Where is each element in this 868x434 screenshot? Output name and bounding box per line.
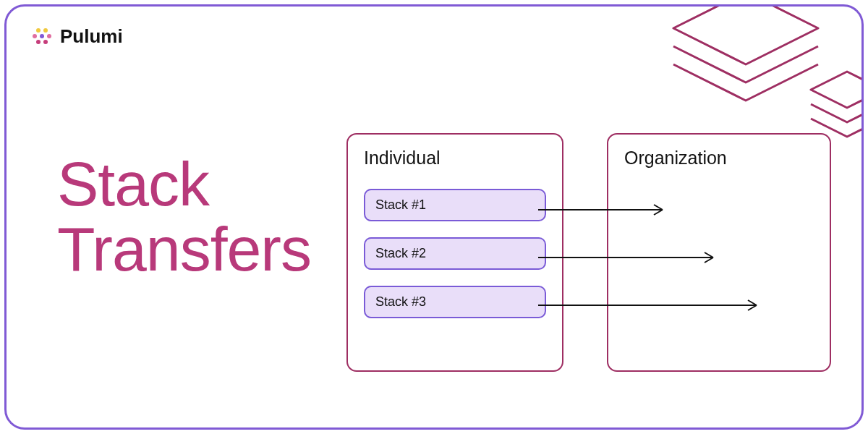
stack-item: Stack #2: [364, 237, 546, 270]
title-line-2: Transfers: [57, 216, 311, 281]
svg-point-4: [47, 34, 51, 38]
pulumi-logo-icon: [31, 26, 53, 48]
arrow-icon: [538, 250, 719, 265]
card-frame: Pulumi Stack Transfers Individual Stack …: [4, 4, 864, 430]
arrow-icon: [538, 298, 762, 312]
brand-logo: Pulumi: [31, 25, 123, 48]
stack-item: Stack #1: [364, 189, 546, 221]
page-title: Stack Transfers: [57, 151, 311, 282]
title-line-1: Stack: [57, 151, 311, 216]
brand-name: Pulumi: [60, 25, 123, 48]
svg-point-6: [43, 40, 48, 44]
stack-label: Stack #2: [375, 246, 426, 260]
source-label: Individual: [364, 148, 546, 169]
svg-point-5: [36, 40, 41, 44]
svg-point-1: [43, 28, 48, 33]
svg-point-0: [36, 28, 41, 33]
target-label: Organization: [624, 148, 814, 169]
stack-item: Stack #3: [364, 286, 546, 318]
svg-point-3: [40, 34, 44, 38]
transfer-diagram: Individual Stack #1 Stack #2 Stack #3 Or…: [346, 133, 853, 422]
source-box: Individual Stack #1 Stack #2 Stack #3: [346, 133, 563, 372]
stack-label: Stack #3: [375, 294, 426, 309]
arrow-icon: [538, 203, 668, 217]
stack-label: Stack #1: [375, 197, 426, 212]
svg-point-2: [33, 34, 37, 38]
